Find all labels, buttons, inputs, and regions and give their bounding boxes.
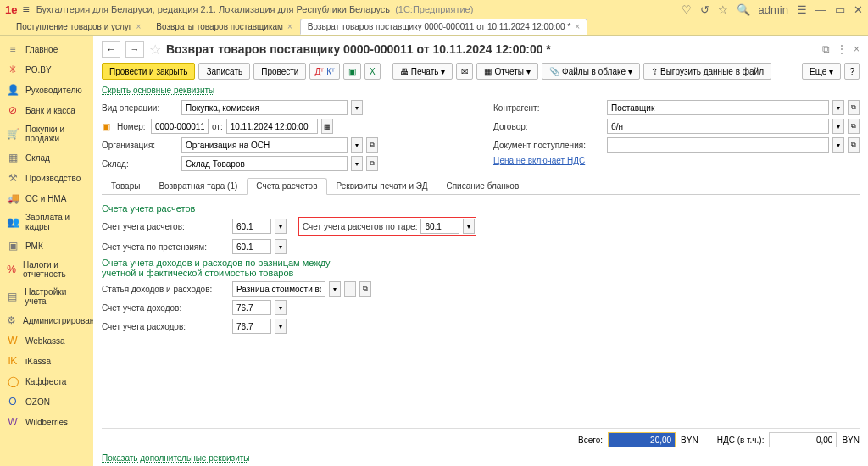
sidebar-item[interactable]: ⚒Производство <box>0 168 93 188</box>
maximize-icon[interactable]: ▭ <box>835 3 845 16</box>
tab-blanks[interactable]: Списание бланков <box>437 178 528 194</box>
dropdown-icon[interactable]: ▾ <box>463 219 475 234</box>
ellipsis-icon[interactable]: … <box>344 281 356 297</box>
dropdown-icon[interactable]: ▾ <box>329 281 341 297</box>
inner-tabs: Товары Возвратная тара (1) Счета расчето… <box>102 178 860 195</box>
sidebar-item[interactable]: ✳PO.BY <box>0 59 93 80</box>
email-button[interactable]: ✉ <box>456 63 473 80</box>
open-icon[interactable]: ⧉ <box>848 137 860 153</box>
window-tab[interactable]: Возвраты товаров поставщикам× <box>148 19 299 35</box>
files-cloud-button[interactable]: 📎 Файлы в облаке ▾ <box>542 63 640 80</box>
favorite-icon[interactable]: ☆ <box>149 42 161 58</box>
link-icon[interactable]: ⧉ <box>822 43 830 55</box>
back-button[interactable]: ← <box>102 41 120 58</box>
warehouse-input[interactable] <box>181 156 348 171</box>
dropdown-icon[interactable]: ▾ <box>275 300 287 315</box>
open-icon[interactable]: ⧉ <box>359 281 371 297</box>
vat-note-link[interactable]: Цена не включает НДС <box>493 156 585 165</box>
open-icon[interactable]: ⧉ <box>366 137 378 153</box>
calendar-icon[interactable]: ▦ <box>321 119 333 134</box>
open-icon[interactable]: ⧉ <box>848 119 860 134</box>
dropdown-icon[interactable]: ▾ <box>832 100 844 115</box>
contract-input[interactable] <box>607 119 829 134</box>
forward-button[interactable]: → <box>125 41 144 58</box>
create-based-button[interactable]: ▣ <box>343 63 361 80</box>
user-label[interactable]: admin <box>759 3 788 16</box>
tab-close-icon[interactable]: × <box>136 22 141 31</box>
sidebar-item[interactable]: 🚚ОС и НМА <box>0 188 93 208</box>
window-tab[interactable]: Поступление товаров и услуг× <box>8 19 148 35</box>
dropdown-icon[interactable]: ▾ <box>275 219 287 234</box>
dropdown-icon[interactable]: ▾ <box>351 156 363 171</box>
sidebar-item[interactable]: 👤Руководителю <box>0 80 93 100</box>
kebab-icon[interactable]: ⋮ <box>837 43 847 55</box>
write-button[interactable]: Записать <box>198 63 250 80</box>
sidebar-item[interactable]: WWildberries <box>0 412 93 432</box>
bell-icon[interactable]: ♡ <box>682 3 692 16</box>
op-type-input[interactable] <box>181 100 348 115</box>
tare-acc-input[interactable] <box>420 219 459 234</box>
reports-button[interactable]: ▦ Отчеты ▾ <box>476 63 538 80</box>
export-file-button[interactable]: ⇪ Выгрузить данные в файл <box>643 63 771 80</box>
expense-acc-input[interactable] <box>232 319 271 334</box>
dropdown-icon[interactable]: ▾ <box>275 319 287 334</box>
sidebar: ≡Главное ✳PO.BY 👤Руководителю ⊘Банк и ка… <box>0 36 93 466</box>
income-acc-input[interactable] <box>232 300 271 315</box>
window-tab-active[interactable]: Возврат товаров поставщику 0000-000011 о… <box>300 19 587 35</box>
dt-kt-button[interactable]: ДᵀКᵀ <box>309 63 340 80</box>
sidebar-item[interactable]: ▣РМК <box>0 236 93 256</box>
tab-close-icon[interactable]: × <box>287 22 292 31</box>
sidebar-item[interactable]: ▤Настройки учета <box>0 283 93 310</box>
tab-print-ed[interactable]: Реквизиты печати и ЭД <box>327 178 437 194</box>
show-additional-link[interactable]: Показать дополнительные реквизиты <box>102 453 250 463</box>
sidebar-item[interactable]: 🛒Покупки и продажи <box>0 120 93 147</box>
date-input[interactable] <box>226 119 318 134</box>
tab-goods[interactable]: Товары <box>102 178 149 194</box>
minimize-icon[interactable]: — <box>815 3 826 16</box>
star-icon[interactable]: ☆ <box>718 3 728 16</box>
tab-tare[interactable]: Возвратная тара (1) <box>149 178 247 194</box>
open-icon[interactable]: ⧉ <box>848 100 860 115</box>
receipt-input[interactable] <box>607 137 829 153</box>
sidebar-item[interactable]: ⚙Администрирование <box>0 310 93 330</box>
help-button[interactable]: ? <box>844 63 860 80</box>
sidebar-item[interactable]: ≡Главное <box>0 39 93 59</box>
menu-icon[interactable]: ≡ <box>22 3 29 16</box>
close-doc-icon[interactable]: × <box>854 43 860 55</box>
org-input[interactable] <box>181 137 348 153</box>
dropdown-icon[interactable]: ▾ <box>832 137 844 153</box>
article-input[interactable] <box>232 281 326 297</box>
sidebar-item[interactable]: ◯Каффеста <box>0 371 93 391</box>
sidebar-item[interactable]: iKiKassa <box>0 351 93 371</box>
tab-close-icon[interactable]: × <box>575 22 580 31</box>
vat-input[interactable] <box>769 432 837 447</box>
open-icon[interactable]: ⧉ <box>366 156 378 171</box>
sidebar-item[interactable]: ⊘Банк и касса <box>0 100 93 120</box>
excel-button[interactable]: X <box>364 63 381 80</box>
more-button[interactable]: Еще ▾ <box>802 63 841 80</box>
caption-icon[interactable]: ☰ <box>797 3 807 16</box>
print-button[interactable]: 🖶 Печать ▾ <box>392 63 453 80</box>
dropdown-icon[interactable]: ▾ <box>275 239 287 254</box>
window-tabs: Поступление товаров и услуг× Возвраты то… <box>0 19 868 36</box>
acc-input[interactable] <box>232 219 271 234</box>
sidebar-item[interactable]: ▦Склад <box>0 147 93 168</box>
number-input[interactable] <box>151 119 209 134</box>
close-icon[interactable]: ✕ <box>854 3 863 16</box>
dropdown-icon[interactable]: ▾ <box>351 137 363 153</box>
dropdown-icon[interactable]: ▾ <box>351 100 363 115</box>
sidebar-item[interactable]: WWebkassa <box>0 330 93 351</box>
hide-main-link[interactable]: Скрыть основные реквизиты <box>102 86 214 95</box>
sidebar-item[interactable]: %Налоги и отчетность <box>0 256 93 283</box>
claim-input[interactable] <box>232 239 271 254</box>
post-button[interactable]: Провести <box>253 63 306 80</box>
post-and-close-button[interactable]: Провести и закрыть <box>102 63 195 80</box>
search-icon[interactable]: 🔍 <box>737 3 750 16</box>
counterparty-input[interactable] <box>607 100 829 115</box>
total-input[interactable] <box>608 432 676 447</box>
tab-accounts[interactable]: Счета расчетов <box>247 178 326 195</box>
sidebar-item[interactable]: 👥Зарплата и кадры <box>0 208 93 236</box>
sidebar-item[interactable]: OOZON <box>0 391 93 412</box>
history-icon[interactable]: ↺ <box>700 3 709 16</box>
dropdown-icon[interactable]: ▾ <box>832 119 844 134</box>
